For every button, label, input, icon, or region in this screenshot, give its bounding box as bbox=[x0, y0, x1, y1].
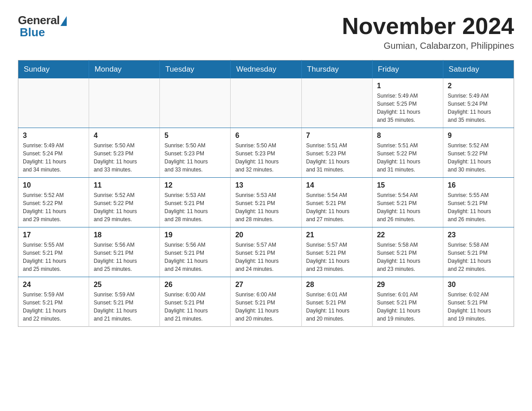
calendar-cell: 5Sunrise: 5:50 AMSunset: 5:23 PMDaylight… bbox=[160, 128, 231, 178]
day-number: 3 bbox=[23, 132, 84, 140]
day-info: Sunrise: 6:02 AMSunset: 5:21 PMDaylight:… bbox=[448, 291, 509, 323]
day-number: 22 bbox=[377, 231, 438, 239]
calendar-cell: 6Sunrise: 5:50 AMSunset: 5:23 PMDaylight… bbox=[231, 128, 301, 178]
calendar-cell bbox=[160, 78, 231, 128]
weekday-header-sunday: Sunday bbox=[18, 60, 89, 79]
weekday-header-saturday: Saturday bbox=[443, 60, 514, 79]
day-number: 7 bbox=[306, 132, 368, 140]
logo-triangle-icon bbox=[60, 16, 67, 26]
day-info: Sunrise: 5:54 AMSunset: 5:21 PMDaylight:… bbox=[377, 191, 438, 223]
day-number: 20 bbox=[235, 231, 296, 239]
calendar-cell: 27Sunrise: 6:00 AMSunset: 5:21 PMDayligh… bbox=[231, 277, 301, 327]
day-info: Sunrise: 5:52 AMSunset: 5:22 PMDaylight:… bbox=[448, 141, 509, 174]
day-number: 15 bbox=[377, 181, 438, 189]
day-number: 6 bbox=[235, 132, 296, 140]
day-number: 17 bbox=[23, 231, 84, 239]
weekday-header-thursday: Thursday bbox=[301, 60, 372, 79]
day-info: Sunrise: 6:01 AMSunset: 5:21 PMDaylight:… bbox=[377, 291, 438, 323]
logo-blue-text: Blue bbox=[18, 26, 45, 39]
calendar-cell: 2Sunrise: 5:49 AMSunset: 5:24 PMDaylight… bbox=[443, 78, 514, 128]
day-number: 16 bbox=[448, 181, 509, 189]
calendar-table: SundayMondayTuesdayWednesdayThursdayFrid… bbox=[18, 60, 514, 327]
day-number: 11 bbox=[94, 181, 155, 189]
day-info: Sunrise: 5:51 AMSunset: 5:22 PMDaylight:… bbox=[377, 141, 438, 174]
day-info: Sunrise: 5:59 AMSunset: 5:21 PMDaylight:… bbox=[94, 291, 155, 323]
calendar-cell: 1Sunrise: 5:49 AMSunset: 5:25 PMDaylight… bbox=[372, 78, 443, 128]
day-number: 1 bbox=[377, 82, 438, 90]
calendar-cell: 14Sunrise: 5:54 AMSunset: 5:21 PMDayligh… bbox=[301, 178, 372, 227]
day-number: 28 bbox=[306, 281, 368, 289]
day-info: Sunrise: 5:53 AMSunset: 5:21 PMDaylight:… bbox=[164, 191, 226, 223]
day-info: Sunrise: 6:00 AMSunset: 5:21 PMDaylight:… bbox=[235, 291, 296, 323]
header: General Blue November 2024 Gumian, Calab… bbox=[18, 13, 514, 51]
day-info: Sunrise: 5:49 AMSunset: 5:25 PMDaylight:… bbox=[377, 92, 438, 124]
day-info: Sunrise: 6:01 AMSunset: 5:21 PMDaylight:… bbox=[306, 291, 368, 323]
calendar-cell: 23Sunrise: 5:58 AMSunset: 5:21 PMDayligh… bbox=[443, 227, 514, 277]
day-number: 18 bbox=[94, 231, 155, 239]
day-info: Sunrise: 6:00 AMSunset: 5:21 PMDaylight:… bbox=[164, 291, 226, 323]
day-number: 2 bbox=[448, 82, 509, 90]
weekday-header-monday: Monday bbox=[89, 60, 160, 79]
day-number: 9 bbox=[448, 132, 509, 140]
day-info: Sunrise: 5:50 AMSunset: 5:23 PMDaylight:… bbox=[94, 141, 155, 174]
week-row-3: 10Sunrise: 5:52 AMSunset: 5:22 PMDayligh… bbox=[18, 178, 514, 227]
calendar-cell: 24Sunrise: 5:59 AMSunset: 5:21 PMDayligh… bbox=[18, 277, 89, 327]
day-info: Sunrise: 5:54 AMSunset: 5:21 PMDaylight:… bbox=[306, 191, 368, 223]
calendar-cell: 19Sunrise: 5:56 AMSunset: 5:21 PMDayligh… bbox=[160, 227, 231, 277]
day-number: 21 bbox=[306, 231, 368, 239]
day-number: 30 bbox=[448, 281, 509, 289]
day-info: Sunrise: 5:59 AMSunset: 5:21 PMDaylight:… bbox=[23, 291, 84, 323]
title-area: November 2024 Gumian, Calabarzon, Philip… bbox=[342, 13, 514, 51]
week-row-4: 17Sunrise: 5:55 AMSunset: 5:21 PMDayligh… bbox=[18, 227, 514, 277]
week-row-5: 24Sunrise: 5:59 AMSunset: 5:21 PMDayligh… bbox=[18, 277, 514, 327]
day-info: Sunrise: 5:58 AMSunset: 5:21 PMDaylight:… bbox=[377, 241, 438, 273]
day-number: 27 bbox=[235, 281, 296, 289]
calendar-cell: 3Sunrise: 5:49 AMSunset: 5:24 PMDaylight… bbox=[18, 128, 89, 178]
day-info: Sunrise: 5:56 AMSunset: 5:21 PMDaylight:… bbox=[164, 241, 226, 273]
logo: General Blue bbox=[18, 13, 67, 39]
day-number: 29 bbox=[377, 281, 438, 289]
day-number: 24 bbox=[23, 281, 84, 289]
day-number: 8 bbox=[377, 132, 438, 140]
calendar-cell: 16Sunrise: 5:55 AMSunset: 5:21 PMDayligh… bbox=[443, 178, 514, 227]
calendar-cell: 28Sunrise: 6:01 AMSunset: 5:21 PMDayligh… bbox=[301, 277, 372, 327]
calendar-cell: 26Sunrise: 6:00 AMSunset: 5:21 PMDayligh… bbox=[160, 277, 231, 327]
calendar-cell: 4Sunrise: 5:50 AMSunset: 5:23 PMDaylight… bbox=[89, 128, 160, 178]
day-info: Sunrise: 5:51 AMSunset: 5:23 PMDaylight:… bbox=[306, 141, 368, 174]
day-info: Sunrise: 5:52 AMSunset: 5:22 PMDaylight:… bbox=[23, 191, 84, 223]
day-number: 23 bbox=[448, 231, 509, 239]
day-info: Sunrise: 5:58 AMSunset: 5:21 PMDaylight:… bbox=[448, 241, 509, 273]
day-info: Sunrise: 5:56 AMSunset: 5:21 PMDaylight:… bbox=[94, 241, 155, 273]
calendar-cell bbox=[301, 78, 372, 128]
weekday-header-row: SundayMondayTuesdayWednesdayThursdayFrid… bbox=[18, 60, 514, 79]
calendar-cell: 15Sunrise: 5:54 AMSunset: 5:21 PMDayligh… bbox=[372, 178, 443, 227]
day-info: Sunrise: 5:55 AMSunset: 5:21 PMDaylight:… bbox=[23, 241, 84, 273]
calendar-cell: 20Sunrise: 5:57 AMSunset: 5:21 PMDayligh… bbox=[231, 227, 301, 277]
calendar-cell: 21Sunrise: 5:57 AMSunset: 5:21 PMDayligh… bbox=[301, 227, 372, 277]
day-number: 19 bbox=[164, 231, 226, 239]
calendar-cell: 29Sunrise: 6:01 AMSunset: 5:21 PMDayligh… bbox=[372, 277, 443, 327]
calendar-cell: 17Sunrise: 5:55 AMSunset: 5:21 PMDayligh… bbox=[18, 227, 89, 277]
day-number: 26 bbox=[164, 281, 226, 289]
day-number: 14 bbox=[306, 181, 368, 189]
weekday-header-tuesday: Tuesday bbox=[160, 60, 231, 79]
day-number: 4 bbox=[94, 132, 155, 140]
day-number: 25 bbox=[94, 281, 155, 289]
day-info: Sunrise: 5:50 AMSunset: 5:23 PMDaylight:… bbox=[235, 141, 296, 174]
calendar-cell: 8Sunrise: 5:51 AMSunset: 5:22 PMDaylight… bbox=[372, 128, 443, 178]
calendar-cell: 11Sunrise: 5:52 AMSunset: 5:22 PMDayligh… bbox=[89, 178, 160, 227]
day-info: Sunrise: 5:49 AMSunset: 5:24 PMDaylight:… bbox=[23, 141, 84, 174]
day-number: 12 bbox=[164, 181, 226, 189]
weekday-header-wednesday: Wednesday bbox=[231, 60, 301, 79]
day-info: Sunrise: 5:52 AMSunset: 5:22 PMDaylight:… bbox=[94, 191, 155, 223]
calendar-cell: 10Sunrise: 5:52 AMSunset: 5:22 PMDayligh… bbox=[18, 178, 89, 227]
day-info: Sunrise: 5:49 AMSunset: 5:24 PMDaylight:… bbox=[448, 92, 509, 124]
calendar-cell: 18Sunrise: 5:56 AMSunset: 5:21 PMDayligh… bbox=[89, 227, 160, 277]
calendar-cell: 12Sunrise: 5:53 AMSunset: 5:21 PMDayligh… bbox=[160, 178, 231, 227]
week-row-2: 3Sunrise: 5:49 AMSunset: 5:24 PMDaylight… bbox=[18, 128, 514, 178]
month-title: November 2024 bbox=[342, 13, 514, 39]
calendar-cell: 7Sunrise: 5:51 AMSunset: 5:23 PMDaylight… bbox=[301, 128, 372, 178]
calendar-cell: 9Sunrise: 5:52 AMSunset: 5:22 PMDaylight… bbox=[443, 128, 514, 178]
day-info: Sunrise: 5:53 AMSunset: 5:21 PMDaylight:… bbox=[235, 191, 296, 223]
calendar-cell: 25Sunrise: 5:59 AMSunset: 5:21 PMDayligh… bbox=[89, 277, 160, 327]
